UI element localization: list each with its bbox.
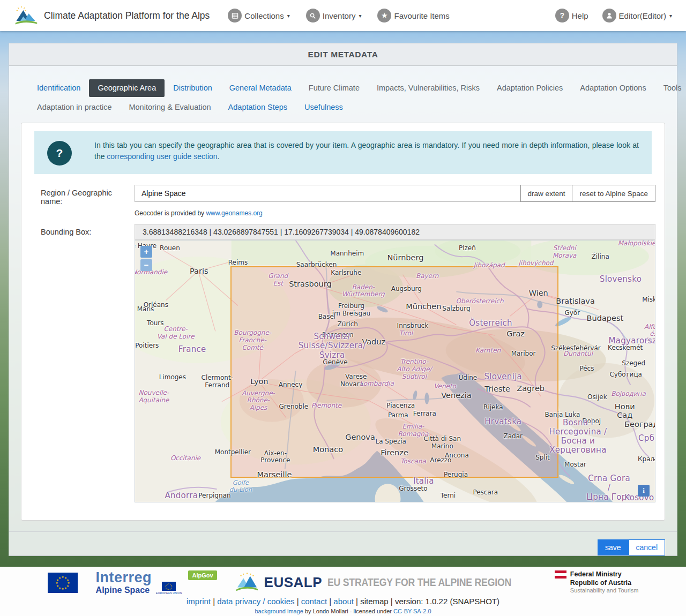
interreg-wordmark: Interreg <box>96 570 152 585</box>
map-zoom-controls: + − <box>140 246 152 271</box>
star-icon: ★ <box>377 9 391 22</box>
tab[interactable]: Adaptation in practice <box>28 99 120 116</box>
info-box: ? In this tab you can specify the geogra… <box>34 131 652 174</box>
license-link[interactable]: CC-BY-SA-2.0 <box>393 608 431 614</box>
nav-help[interactable]: ? Help <box>555 9 588 22</box>
main-navigation: Collections ▾ Inventory ▾ ★ Favourite It… <box>228 9 450 22</box>
interreg-alpine-space-logo: Interreg Alpine Space EUROPEAN UNION Alp… <box>96 570 217 595</box>
svg-text:★: ★ <box>58 576 61 579</box>
svg-text:★: ★ <box>56 584 59 587</box>
footer-link[interactable]: imprint <box>187 597 211 606</box>
geographic-area-form-card: ? In this tab you can specify the geogra… <box>21 123 665 521</box>
reset-extent-button[interactable]: reset to Alpine Space <box>572 185 655 202</box>
zoom-in-button[interactable]: + <box>140 246 152 258</box>
help-label: Help <box>572 11 588 20</box>
help-icon: ? <box>555 9 569 22</box>
bounding-box-extent <box>230 266 558 478</box>
footer-link[interactable]: version: 1.0.22 (SNAPSHOT) <box>389 597 499 606</box>
zoom-out-button[interactable]: − <box>140 259 152 271</box>
footer-link[interactable]: about <box>327 597 354 606</box>
nav-inventory[interactable]: Inventory ▾ <box>306 9 362 22</box>
background-image-link[interactable]: background image <box>255 608 303 614</box>
chevron-down-icon: ▾ <box>669 13 672 19</box>
eusalp-mountain-icon <box>235 572 259 594</box>
region-label: Region / Geographic name: <box>41 185 135 206</box>
interreg-eu-flag: EUROPEAN UNION <box>156 582 182 595</box>
bounding-box-row: Bounding Box: 3.68813488216348 | 43.0268… <box>21 224 665 240</box>
eusalp-wordmark: EUSALP <box>264 574 322 591</box>
nav-inventory-label: Inventory <box>323 11 356 20</box>
austria-line2: Republic of Austria <box>570 579 639 588</box>
tab[interactable]: Geographic Area <box>89 79 165 97</box>
page-title: EDIT METADATA <box>9 43 677 66</box>
form-actions: save cancel <box>9 532 677 555</box>
svg-text:★: ★ <box>61 587 64 590</box>
tab[interactable]: Distribution <box>165 79 221 97</box>
bounding-box-value: 3.68813488216348 | 43.0268897847551 | 17… <box>135 224 655 240</box>
tab[interactable]: Impacts, Vulnerabilities, Risks <box>368 79 488 97</box>
chevron-down-icon: ▾ <box>287 13 290 19</box>
region-controls: draw extent reset to Alpine Space <box>135 185 655 202</box>
geonames-link[interactable]: www.geonames.org <box>206 209 262 217</box>
question-mark-icon: ? <box>47 141 72 166</box>
tab[interactable]: Tools <box>655 79 686 97</box>
user-icon <box>602 9 616 22</box>
austria-line3: Sustainability and Tourism <box>570 587 639 595</box>
austria-ministry-logo: Federal Ministry Republic of Austria Sus… <box>555 570 639 595</box>
collections-icon <box>228 9 242 22</box>
tab-row-2: Adaptation in practiceMonitoring & Evalu… <box>28 99 665 116</box>
background-credit: background image by Londo Mollari - lice… <box>0 608 686 614</box>
tab[interactable]: Adaptation Steps <box>220 99 296 116</box>
map[interactable]: Le HavreRouenReimsParisMannheimSaarbrück… <box>135 240 655 502</box>
platform-logo-icon <box>14 5 39 26</box>
austria-line1: Federal Ministry <box>570 570 639 579</box>
search-icon <box>306 9 320 22</box>
bounding-box-controls: 3.68813488216348 | 43.0268897847551 | 17… <box>135 224 655 240</box>
tab-bar: IdentificationGeographic AreaDistributio… <box>9 66 677 116</box>
nav-user-menu[interactable]: Editor(Editor) ▾ <box>602 9 672 22</box>
eusalp-logo: EUSALP EU STRATEGY FOR THE ALPINE REGION <box>235 572 536 594</box>
tab-row-1: IdentificationGeographic AreaDistributio… <box>28 79 665 97</box>
top-right-menu: ? Help Editor(Editor) ▾ <box>555 9 672 22</box>
draw-extent-button[interactable]: draw extent <box>520 185 573 202</box>
user-guide-link[interactable]: corresponding user guide section <box>107 152 217 161</box>
info-text-after: . <box>218 152 220 161</box>
austria-flag-icon <box>555 570 566 579</box>
geocoder-prefix: Geocoder is provided by <box>135 209 206 217</box>
tab[interactable]: Adaptation Options <box>571 79 654 97</box>
tab[interactable]: Identification <box>28 79 89 97</box>
alpgov-badge: AlpGov <box>188 570 217 580</box>
nav-favourites-label: Favourite Items <box>394 11 449 20</box>
tab[interactable]: Future Climate <box>300 79 368 97</box>
tab[interactable]: Usefulness <box>296 99 352 116</box>
footer-link[interactable]: sitemap <box>354 597 389 606</box>
cancel-button[interactable]: cancel <box>629 539 665 555</box>
geocoder-note: Geocoder is provided by www.geonames.org <box>135 209 665 217</box>
user-label: Editor(Editor) <box>619 11 666 20</box>
interreg-subtitle: Alpine Space <box>96 586 152 595</box>
footer-link[interactable]: contact <box>295 597 327 606</box>
svg-text:★: ★ <box>64 586 67 589</box>
european-union-label: EUROPEAN UNION <box>156 591 182 595</box>
tab[interactable]: Monitoring & Evaluation <box>120 99 219 116</box>
nav-collections[interactable]: Collections ▾ <box>228 9 289 22</box>
edit-metadata-panel: EDIT METADATA IdentificationGeographic A… <box>9 43 677 556</box>
svg-text:★: ★ <box>61 575 64 579</box>
footer-link[interactable]: data privacy / cookies <box>211 597 294 606</box>
region-input[interactable] <box>135 185 521 202</box>
footer-logos: ★★ ★★ ★★ ★★ ★★ ★★ Interreg Alpine Space … <box>0 567 686 595</box>
info-text: In this tab you can specify the geograph… <box>94 140 641 162</box>
nav-favourite-items[interactable]: ★ Favourite Items <box>377 9 449 22</box>
footer: ★★ ★★ ★★ ★★ ★★ ★★ Interreg Alpine Space … <box>0 567 686 616</box>
top-navigation-bar: Climate Adaptation Platform for the Alps… <box>0 0 686 31</box>
footer-links: imprintdata privacy / cookiescontactabou… <box>0 597 686 606</box>
tab[interactable]: General Metadata <box>221 79 300 97</box>
app-title: Climate Adaptation Platform for the Alps <box>44 10 210 21</box>
credit-text: by Londo Mollari - licensed under <box>303 608 393 614</box>
region-row: Region / Geographic name: draw extent re… <box>21 185 665 206</box>
eu-flag-logo: ★★ ★★ ★★ ★★ ★★ ★★ <box>48 573 78 593</box>
map-attribution-button[interactable]: i <box>638 485 650 497</box>
save-button[interactable]: save <box>598 539 629 555</box>
tab[interactable]: Adaptation Policies <box>488 79 571 97</box>
eusalp-tagline: EU STRATEGY FOR THE ALPINE REGION <box>327 576 511 589</box>
